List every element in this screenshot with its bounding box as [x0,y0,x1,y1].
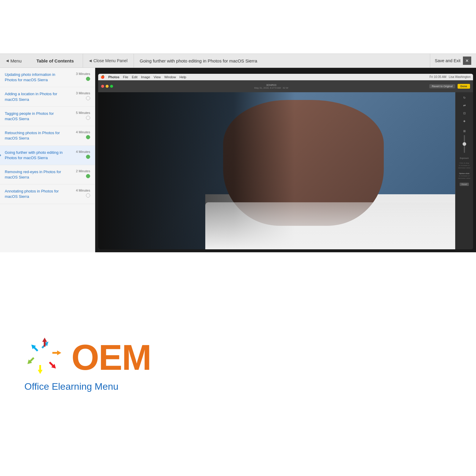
sidebar-item-4[interactable]: Retouching photos in Photos for macOS Si… [0,126,95,145]
click-drag-hint: Click & drag to increase or decrease val… [458,162,470,169]
reset-button[interactable]: Reset [460,183,469,186]
svg-marker-5 [30,343,40,353]
apple-icon: 🍎 [101,75,105,79]
macos-toolbar: 3DNR03 May 31, 2016, 6:27:9 AM · 42 W Re… [98,80,473,92]
sidebar-item-label: Removing red-eyes in Photos for macOS Si… [5,169,66,180]
chevron-left-icon: ◀ [89,59,92,63]
navigation-bar: ◀ Menu Table of Contents ◀ Close Menu Pa… [0,54,476,68]
sidebar-item-meta: 3 Minutes [69,72,90,81]
crop-icon[interactable]: ⊡ [461,110,467,116]
photo-title: 3DNR03 May 31, 2016, 6:27:9 AM · 42 W [254,84,288,89]
revert-to-original-button[interactable]: Revert to Original [429,84,455,88]
duration-label: 4 Minutes [76,150,90,154]
duration-label: 3 Minutes [76,72,90,76]
done-button[interactable]: Done [458,84,470,89]
sidebar-item-1[interactable]: Updating photo information in Photos for… [0,68,95,87]
sidebar-item-3[interactable]: Tagging people in Photos for macOS Sierr… [0,107,95,126]
oem-arrows-svg [24,336,65,378]
svg-marker-4 [26,356,36,366]
table-of-contents-label: Table of Contents [28,54,83,68]
sidebar: Updating photo information in Photos for… [0,68,95,252]
photo-date: May 31, 2016, 6:27:9 AM · 42 W [254,87,288,89]
sidebar-item-label: Updating photo information in Photos for… [5,72,66,83]
exposure-label: Exposure [460,157,469,159]
exposure-slider-container: ⊞ [461,128,467,153]
status-dot [86,116,90,120]
main-content: Updating photo information in Photos for… [0,68,476,252]
status-dot [86,135,90,139]
menubar-photos[interactable]: Photos [108,75,119,79]
adjust-icon[interactable]: ⊞ [461,128,467,134]
sidebar-item-meta: 5 Minutes [69,111,90,120]
sidebar-item-label: Annotating photos in Photos for macOS Si… [5,189,66,199]
exposure-slider-track [464,135,465,153]
save-exit-button[interactable]: Save and Exit ✕ [430,54,476,68]
course-title: Going further with photo editing in Phot… [134,58,430,63]
traffic-lights [101,85,113,88]
filter-icon[interactable]: ◈ [461,118,467,124]
right-edit-panel: ↻ ⇄ ⊡ ◈ ⊞ Exposure Click & drag to incre… [455,92,473,249]
menu-label: Menu [10,58,22,63]
sidebar-item-2[interactable]: Adding a location in Photos for macOS Si… [0,87,95,107]
sidebar-item-5[interactable]: Going further with photo editing in Phot… [0,146,95,165]
flip-icon[interactable]: ⇄ [461,102,467,108]
close-panel-button[interactable]: ◀ Close Menu Panel [83,54,134,68]
photo-area [98,92,455,249]
status-dot [86,96,90,100]
menubar-view[interactable]: View [154,75,161,79]
svg-marker-3 [38,365,43,374]
sidebar-item-meta: 4 Minutes [69,189,90,198]
status-dot [86,77,90,81]
sidebar-item-meta: 4 Minutes [69,150,90,159]
svg-marker-2 [48,360,58,370]
oem-icon [24,336,65,378]
shirt-overlay [205,202,455,249]
status-dot [86,155,90,159]
photo-filename: 3DNR03 [254,84,288,87]
user-display: Lisa Washington [449,75,471,79]
menubar-help[interactable]: Help [179,75,186,79]
menu-button[interactable]: ◀ Menu [0,54,28,68]
sidebar-item-label: Tagging people in Photos for macOS Sierr… [5,111,66,122]
chevron-left-icon: ◀ [6,59,9,63]
photo-simulation [98,92,455,249]
sidebar-item-7[interactable]: Annotating photos in Photos for macOS Si… [0,184,95,204]
svg-marker-1 [52,350,61,355]
macos-menubar: 🍎 Photos File Edit Image View Window Hel… [98,74,473,80]
duration-label: 3 Minutes [76,91,90,95]
duration-label: 5 Minutes [76,111,90,115]
rotate-icon[interactable]: ↻ [461,95,467,101]
menubar-image[interactable]: Image [141,75,150,79]
menubar-window[interactable]: Window [164,75,176,79]
oem-tagline: Office Elearning Menu [24,381,118,392]
close-icon[interactable]: ✕ [463,57,471,65]
oem-logo-row: OEM [24,336,151,378]
macos-window: 🍎 Photos File Edit Image View Window Hel… [98,74,473,249]
sidebar-item-6[interactable]: Removing red-eyes in Photos for macOS Si… [0,165,95,184]
active-arrow-icon [0,153,1,158]
bottom-section: OEM Office Elearning Menu [0,252,476,476]
sidebar-item-label: Retouching photos in Photos for macOS Si… [5,130,66,141]
exposure-slider-thumb[interactable] [463,142,466,146]
content-area: 🍎 Photos File Edit Image View Window Hel… [95,68,476,252]
minimize-window-button[interactable] [106,85,109,88]
menubar-file[interactable]: File [123,75,128,79]
fullscreen-window-button[interactable] [110,85,113,88]
status-dot [86,193,90,198]
sidebar-item-meta: 2 Minutes [69,169,90,178]
close-window-button[interactable] [101,85,104,88]
duration-label: 4 Minutes [76,189,90,192]
status-dot [86,174,90,178]
option-click-hint: Option-click to increase or decrease val… [457,173,472,179]
oem-brand-text: OEM [71,339,151,375]
oem-logo-area: OEM Office Elearning Menu [24,336,151,392]
menubar-right: Fri 10:35 AM Lisa Washington [430,75,471,79]
duration-label: 4 Minutes [76,130,90,134]
time-display: Fri 10:35 AM [430,75,447,79]
macos-content: ↻ ⇄ ⊡ ◈ ⊞ Exposure Click & drag to incre… [98,92,473,249]
duration-label: 2 Minutes [76,169,90,173]
menubar-edit[interactable]: Edit [132,75,137,79]
sidebar-item-meta: 4 Minutes [69,130,90,139]
top-spacer [0,0,476,54]
sidebar-item-label: Going further with photo editing in Phot… [5,150,66,161]
